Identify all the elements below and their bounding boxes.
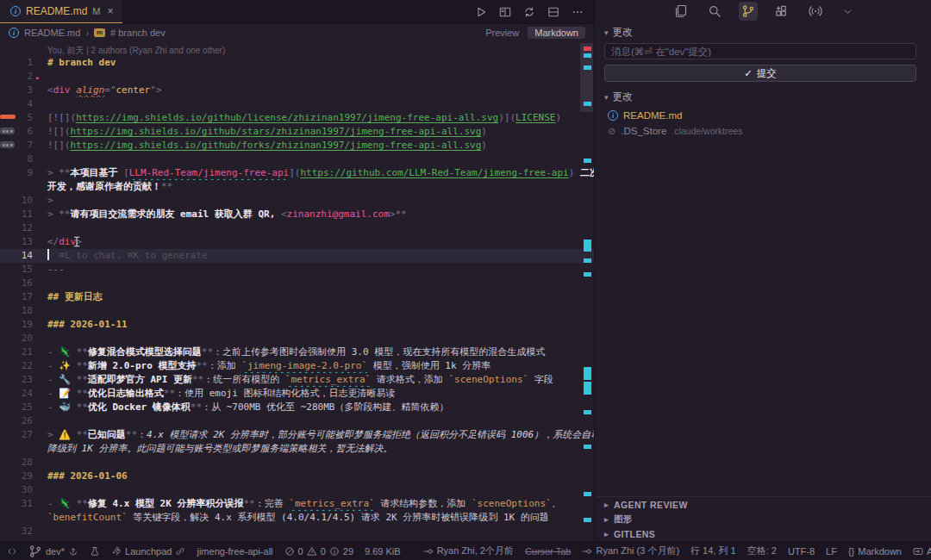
activity-toolbar — [596, 0, 931, 22]
code-line-19[interactable]: 19### 2026-01-11 — [0, 318, 594, 332]
close-tab-icon[interactable]: × — [108, 5, 114, 17]
commit-button[interactable]: ✓ 提交 — [604, 65, 916, 82]
changed-file-.DS_Store[interactable]: ⊘.DS_Store.claude/worktrees — [596, 123, 931, 139]
code-text: # branch dev — [47, 56, 578, 70]
code-line-13[interactable]: 13</div> — [0, 235, 594, 249]
text-cursor — [47, 249, 49, 260]
blame-file[interactable]: Ryan Zhi (3 个月前) — [582, 544, 679, 557]
chevron-down-icon[interactable] — [840, 3, 856, 20]
repo-name[interactable]: jimeng-free-api-all — [197, 546, 272, 557]
open-changes-icon[interactable] — [523, 6, 535, 18]
preview-toggle-button[interactable]: Preview — [485, 28, 519, 38]
commit-message-input[interactable] — [604, 43, 916, 59]
autocomplete-status[interactable]: Autocomplete — [913, 546, 931, 557]
markdown-symbol-icon: m — [94, 28, 105, 37]
encoding[interactable]: UTF-8 — [788, 546, 815, 557]
code-line-28[interactable]: 28 — [0, 456, 594, 470]
code-line-31[interactable]: 31- 🦎 **修复 4.x 模型 2K 分辨率积分误报**：完善 `metri… — [0, 497, 594, 511]
code-line-11[interactable]: 11> **请有项目交流需求的朋友 email 获取入群 QR, <zinanz… — [0, 208, 594, 221]
panel-agent-review[interactable]: ▸AGENT REVIEW — [596, 497, 931, 512]
cursor-position[interactable]: 行 14, 列 1 — [690, 544, 736, 557]
cursor-tab-toggle-label: Cursor Tab — [525, 546, 572, 557]
changes-section-header[interactable]: ▾ 更改 — [596, 87, 931, 106]
markdown-file-icon: i — [9, 28, 19, 38]
source-control-icon[interactable] — [739, 2, 758, 21]
indentation[interactable]: 空格: 2 — [747, 544, 777, 557]
code-line-21[interactable]: 21- 🦎 **修复混合模式模型选择问题**：之前上传参考图时会强制使用 3.0… — [0, 345, 594, 359]
scm-repo-section[interactable]: ▾ 更改 — [596, 22, 931, 41]
files-icon[interactable] — [672, 2, 690, 21]
code-line-2[interactable]: 2▸ — [0, 70, 594, 84]
tab-readme[interactable]: i README.md M × — [0, 0, 122, 23]
ruler-mark — [584, 47, 591, 51]
problems[interactable]: 0029 — [284, 546, 354, 557]
code-line-27[interactable]: 27> ⚠️ **已知问题**：4.x 模型请求 2K 分辨率时，部分账号可能被… — [0, 428, 594, 442]
code-line-5[interactable]: 5[![](https://img.shields.io/github/lice… — [0, 111, 594, 125]
problems-label: 0 — [321, 546, 326, 557]
remote-indicator[interactable] — [7, 546, 17, 557]
changed-file-README.md[interactable]: iREADME.md — [596, 108, 931, 123]
code-line-26[interactable]: 26 — [0, 414, 594, 428]
code-text: `benefitCount` 等关键字段，解决 4.x 系列模型 (4.0/4.… — [47, 511, 578, 525]
code-line-27-wrap[interactable]: 降级到 1K 分辨率。此问题可能与账号类型或即梦服务端策略相关，暂无法解决。 — [0, 442, 594, 456]
code-line-4[interactable]: 4 — [0, 97, 594, 111]
breadcrumb-file[interactable]: README.md — [24, 28, 80, 38]
file-size[interactable]: 9.69 KiB — [365, 546, 401, 557]
code-line-12[interactable]: 12 — [0, 221, 594, 235]
run-icon[interactable] — [475, 6, 487, 18]
code-line-3[interactable]: 3<div align="center"> — [0, 84, 594, 97]
code-line-6[interactable]: 6![](https://img.shields.io/github/stars… — [0, 125, 594, 139]
breadcrumb-symbol[interactable]: # branch dev — [110, 28, 166, 38]
ruler-mark — [584, 102, 591, 106]
blame-current-line[interactable]: Ryan Zhi, 2个月前 — [423, 544, 514, 557]
code-line-22[interactable]: 22- ✨ **新增 2.0-pro 模型支持**：添加 `jimeng-ima… — [0, 359, 594, 373]
extensions-icon[interactable] — [772, 2, 791, 21]
info-icon — [329, 546, 340, 557]
remote-explorer-icon[interactable] — [806, 2, 825, 21]
cursor-tab-toggle[interactable]: Cursor Tab — [525, 546, 572, 557]
split-editor-icon[interactable] — [547, 6, 559, 18]
line-number: 12 — [0, 221, 33, 235]
code-line-24[interactable]: 24- 📝 **优化日志输出格式**：使用 emoji 图标和结构化格式，日志更… — [0, 387, 594, 401]
code-line-23[interactable]: 23- 🔧 **适配即梦官方 API 更新**：统一所有模型的 `metrics… — [0, 373, 594, 387]
git-blame-lens[interactable]: You, 前天 | 2 authors (Ryan Zhi and one ot… — [0, 45, 594, 56]
open-preview-icon[interactable] — [499, 6, 511, 18]
line-number: 2 — [0, 70, 33, 84]
ruler-mark — [584, 53, 591, 58]
code-text: 开发，感谢原作者的贡献！** — [47, 180, 578, 194]
code-line-9[interactable]: 9> **本项目基于 [LLM-Red-Team/jimeng-free-api… — [0, 166, 594, 180]
code-text: > ⚠️ **已知问题**：4.x 模型请求 2K 分辨率时，部分账号可能被即梦… — [47, 428, 578, 442]
more-actions-icon[interactable] — [572, 6, 584, 18]
code-line-25[interactable]: 25- 🐳 **优化 Docker 镜像体积**：从 ~700MB 优化至 ~2… — [0, 401, 594, 414]
launchpad-button[interactable]: Launchpad — [111, 546, 185, 557]
code-text: --- — [47, 263, 578, 277]
panel-gitlens[interactable]: ▸GITLENS — [596, 526, 931, 541]
code-line-17[interactable]: 17## 更新日志 — [0, 290, 594, 304]
code-line-31-wrap[interactable]: `benefitCount` 等关键字段，解决 4.x 系列模型 (4.0/4.… — [0, 511, 594, 525]
markdown-mode-badge[interactable]: Markdown — [528, 27, 585, 39]
overview-ruler[interactable] — [579, 41, 594, 541]
code-line-14[interactable]: 14⌘L to chat, ⌘K to generate — [0, 249, 594, 263]
language-mode[interactable]: {}Markdown — [848, 546, 902, 557]
code-line-29[interactable]: 29### 2026-01-06 — [0, 470, 594, 483]
code-line-8[interactable]: 8 — [0, 152, 594, 166]
code-line-16[interactable]: 16 — [0, 277, 594, 290]
panel-图形[interactable]: ▸图形 — [596, 512, 931, 526]
code-editor[interactable]: You, 前天 | 2 authors (Ryan Zhi and one ot… — [0, 41, 594, 541]
code-text: ![](https://img.shields.io/github/stars/… — [47, 125, 578, 139]
code-line-30[interactable]: 30 — [0, 483, 594, 497]
code-line-7[interactable]: 7![](https://img.shields.io/github/forks… — [0, 139, 594, 152]
git-branch[interactable]: dev* — [28, 544, 78, 558]
line-number: 27 — [0, 428, 33, 442]
search-icon[interactable] — [705, 2, 724, 21]
code-line-9-wrap[interactable]: 开发，感谢原作者的贡献！** — [0, 180, 594, 194]
code-line-15[interactable]: 15--- — [0, 263, 594, 277]
eol[interactable]: LF — [826, 546, 837, 557]
code-line-1[interactable]: 1# branch dev — [0, 56, 594, 70]
code-line-10[interactable]: 10> — [0, 194, 594, 208]
lab-button[interactable] — [90, 546, 100, 557]
code-line-20[interactable]: 20 — [0, 332, 594, 345]
code-line-32[interactable]: 32 — [0, 525, 594, 538]
launchpad-button-label: Launchpad — [125, 546, 172, 557]
code-line-18[interactable]: 18 — [0, 304, 594, 318]
